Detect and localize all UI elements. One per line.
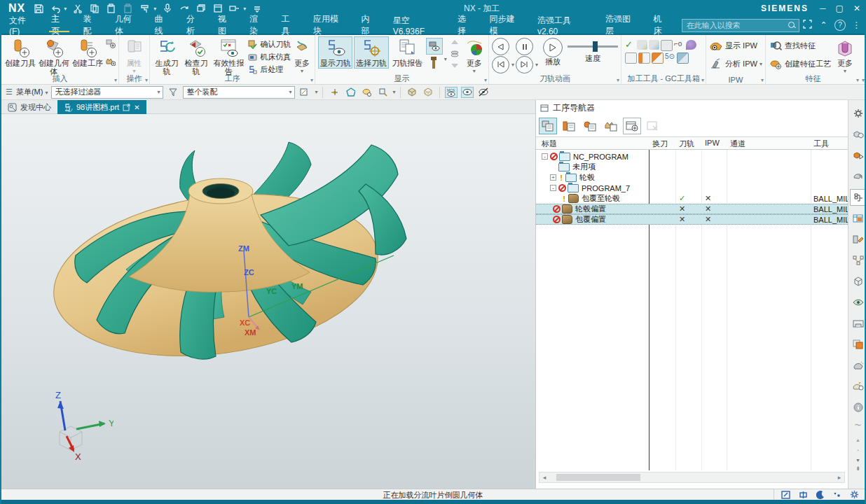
gc-check-axis-icon[interactable]: ✓ (625, 40, 635, 50)
view-triad[interactable]: Z Y X (33, 388, 114, 462)
menu-tools[interactable]: 工具 (274, 17, 305, 34)
panel-icon[interactable] (540, 104, 549, 112)
undo-icon[interactable] (49, 3, 61, 15)
menu-button[interactable]: 菜单(M) ▾ (16, 87, 48, 97)
menu-synchronous[interactable]: 同步建模 (481, 17, 530, 34)
snap-circle-icon[interactable] (344, 87, 357, 98)
tool-display-dropdown[interactable]: ▾ (444, 56, 447, 62)
constraint-navigator-icon[interactable] (850, 147, 866, 164)
shaded-cube-icon[interactable] (406, 87, 418, 98)
microphone-icon[interactable] (161, 3, 173, 15)
tree-row-wrap-offset[interactable]: 包覆偏置 ✕ ✕ BALL_MILL (536, 214, 848, 225)
scroll-left-arrow[interactable]: ◂ (539, 474, 549, 481)
save-icon[interactable] (32, 3, 44, 15)
status-gear-icon[interactable] (850, 490, 859, 499)
validity-report-button[interactable]: 有效性报告 (212, 36, 246, 77)
minimize-button[interactable]: ─ (820, 4, 826, 13)
go-to-start-button[interactable] (492, 56, 509, 74)
tree-row-unused[interactable]: 未用项 (536, 162, 848, 172)
gc-5-axis-icon[interactable]: 5⊙ (665, 52, 675, 62)
gc-arrow-doc-icon[interactable] (652, 52, 664, 64)
operation-group-dropdown[interactable]: ▾ (310, 77, 313, 83)
machining-method-view-button[interactable] (602, 118, 620, 134)
command-finder-icon[interactable] (178, 3, 190, 15)
scroll-down-icon[interactable]: ▼ (855, 458, 860, 463)
display-more-button[interactable]: 更多 ▾ (463, 36, 486, 77)
select-toolpath-button[interactable]: 选择刀轨 (354, 36, 388, 69)
show-hide-toggle[interactable] (461, 87, 474, 98)
insert-extra-icon-1[interactable] (105, 38, 116, 48)
tool-crib-icon[interactable] (850, 231, 866, 248)
create-feature-process-button[interactable]: 创建特征工艺 (769, 57, 831, 70)
column-tool[interactable]: 工具 (813, 139, 829, 149)
restore-button[interactable]: ▢ (836, 4, 844, 13)
show-3d-tool-icon[interactable] (426, 38, 443, 55)
ribbon-overflow-dropdown[interactable]: ▾ (862, 77, 865, 83)
graphics-window[interactable]: ZM ZC YC YM XC XM Z Y X (1, 114, 535, 489)
dependencies-icon[interactable] (850, 252, 866, 269)
hamburger-icon[interactable]: ☰ (6, 88, 13, 97)
snap-points-icon[interactable] (833, 491, 841, 499)
machining-feature-navigator-icon[interactable] (850, 210, 866, 227)
cascade-windows-icon[interactable] (195, 3, 207, 15)
gc-report-icon[interactable] (625, 52, 637, 64)
mcs-display-toggle[interactable]: MCS (445, 87, 458, 98)
menu-internal[interactable]: 内部 (353, 17, 385, 34)
scroll-up-icon[interactable]: ▲ (855, 438, 860, 442)
gc-group-dropdown[interactable]: ▾ (701, 77, 704, 83)
resource-bar-sash[interactable]: 〜 (855, 421, 862, 430)
part-navigator-icon[interactable] (850, 168, 866, 185)
display-group-dropdown[interactable]: ▾ (484, 77, 487, 83)
detach-tab-icon[interactable] (123, 104, 130, 111)
fullscreen-icon[interactable] (799, 20, 816, 31)
geometry-view-button[interactable] (581, 118, 599, 134)
snap-vertex-icon[interactable] (376, 87, 389, 98)
information-icon[interactable] (850, 399, 866, 416)
end-dropdown[interactable]: ▾ (535, 62, 538, 68)
format-painter-icon[interactable] (139, 3, 151, 15)
create-operation-button[interactable]: 创建工序 (71, 36, 104, 69)
program-order-view-button[interactable] (539, 118, 557, 134)
insert-extra-icon-2[interactable] (105, 55, 116, 66)
customize-qat-icon[interactable] (251, 3, 263, 15)
discovery-center-tab[interactable]: 发现中心 (1, 100, 57, 114)
cut-icon[interactable] (71, 3, 83, 15)
menu-geometry[interactable]: 几何体 (107, 17, 147, 34)
search-icon[interactable] (788, 21, 796, 29)
window-layout-icon[interactable] (212, 3, 224, 15)
menu-xingkong[interactable]: 星空 V6.936F (385, 17, 450, 34)
gc-patch-icon[interactable] (649, 40, 659, 50)
play-button[interactable]: 播放 (539, 36, 566, 67)
gc-doc-icon[interactable] (661, 40, 673, 51)
operation-more-button[interactable]: 更多 ▾ (292, 36, 312, 77)
window-options-icon[interactable] (228, 3, 240, 15)
speed-slider[interactable] (568, 46, 618, 48)
menu-haoqiang-tools[interactable]: 浩强工具v2.60 (530, 17, 598, 34)
menu-haoqiang-layers[interactable]: 浩强图层 (598, 17, 646, 34)
analyze-ipw-button[interactable]: 分析 IPW▾ (709, 57, 762, 70)
menu-view[interactable]: 视图 (210, 17, 242, 34)
operation-navigator-icon[interactable] (850, 189, 866, 206)
undo-dropdown-icon[interactable]: ▾ (64, 6, 67, 12)
confirm-toolpath-button[interactable]: 确认刀轨 (247, 38, 291, 50)
new-view-button[interactable] (623, 118, 641, 134)
mcs-datum-axes[interactable] (226, 233, 415, 338)
show-toolpath-button[interactable]: 显示刀轨 (318, 36, 352, 69)
part-layers-icon[interactable] (850, 336, 866, 353)
find-feature-button[interactable]: 查找特征 (769, 39, 831, 52)
menu-selection[interactable]: 选择 (450, 17, 481, 34)
menu-home[interactable]: 主页 (43, 17, 75, 34)
hide-unselected-toggle[interactable] (477, 87, 490, 98)
column-toolchange[interactable]: 换刀 (652, 139, 668, 149)
tree-row-nc-program[interactable]: - NC_PROGRAM (536, 151, 848, 162)
history-icon[interactable] (850, 315, 866, 332)
animation-group-dropdown[interactable]: ▾ (617, 77, 619, 83)
speed-slider-thumb[interactable] (593, 41, 598, 52)
column-ipw[interactable]: IPW (705, 139, 720, 147)
feature-more-button[interactable]: 更多 ▾ (832, 36, 858, 77)
select-rect-icon[interactable] (781, 491, 790, 499)
create-geometry-button[interactable]: 创建几何体 (38, 36, 70, 77)
wcs-icon[interactable] (298, 87, 311, 98)
format-dropdown-icon[interactable]: ▾ (153, 6, 156, 12)
gc-comment-icon[interactable] (686, 40, 696, 50)
